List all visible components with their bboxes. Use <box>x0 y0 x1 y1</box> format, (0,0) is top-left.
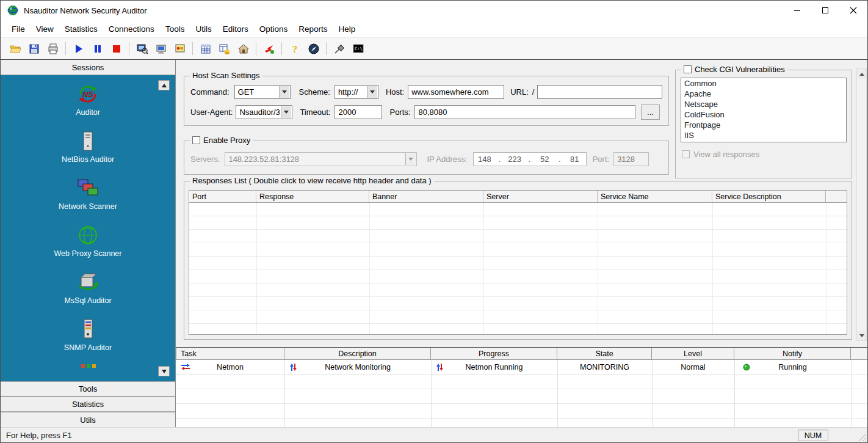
menu-options[interactable]: Options <box>254 23 294 35</box>
help-button[interactable]: ? <box>285 40 304 57</box>
sidebar-item-mssql-auditor[interactable]: MsSql Auditor <box>1 269 175 317</box>
maximize-button[interactable] <box>811 1 839 20</box>
remote-computer-button[interactable] <box>151 40 170 57</box>
enable-proxy-checkbox[interactable] <box>192 136 200 144</box>
sidebar-item-web-proxy-scanner[interactable]: Web Proxy Scanner <box>1 222 175 269</box>
url-label: URL: <box>510 87 529 97</box>
cgi-vulnerabilities-checkbox[interactable] <box>684 65 692 73</box>
column-header-response[interactable]: Response <box>256 191 369 202</box>
cgi-listbox[interactable]: Common Apache Netscape ColdFusion Frontp… <box>681 78 847 142</box>
sessions-scroll-down-button[interactable] <box>158 366 170 376</box>
upper-vertical-scrollbar[interactable] <box>856 68 867 341</box>
menu-connections[interactable]: Connections <box>103 23 160 35</box>
column-divider <box>256 203 257 334</box>
start-scan-button[interactable] <box>69 40 88 57</box>
print-button[interactable] <box>43 40 62 57</box>
command-combobox[interactable]: GET <box>234 85 291 99</box>
host-input[interactable]: www.somewhere.com <box>408 85 504 99</box>
menu-reports[interactable]: Reports <box>293 23 333 35</box>
task-row[interactable]: Netmon Network Monitoring <box>176 360 867 374</box>
responses-list-group: Responses List ( Double click to view re… <box>184 181 852 340</box>
stop-scan-button[interactable] <box>107 40 126 57</box>
menu-editors[interactable]: Editors <box>217 23 254 35</box>
alerts-button[interactable] <box>170 40 189 57</box>
cgi-list-item[interactable]: Common <box>681 78 846 89</box>
column-header-banner[interactable]: Banner <box>369 191 483 202</box>
scrollbar-up-button[interactable] <box>857 69 866 79</box>
column-header-notify[interactable]: Notify <box>734 348 851 360</box>
sidebar-section-statistics[interactable]: Statistics <box>1 397 175 412</box>
main-area: Sessions NS Auditor NetBios Auditor <box>1 60 867 427</box>
menu-help[interactable]: Help <box>333 23 361 35</box>
combobox-value: Nsauditor/3 <box>239 108 280 117</box>
cgi-list-item[interactable]: ColdFusion <box>681 109 846 120</box>
pin-window-button[interactable] <box>330 40 349 57</box>
user-agent-combobox[interactable]: Nsauditor/3 <box>236 105 292 119</box>
sidebar-item-snmp-auditor[interactable]: SNMP Auditor <box>1 317 175 364</box>
dropdown-arrow-icon[interactable] <box>281 106 291 118</box>
sessions-scroll-up-button[interactable] <box>158 80 170 90</box>
column-header-progress[interactable]: Progress <box>431 348 557 360</box>
sidebar-section-tools[interactable]: Tools <box>1 381 175 397</box>
web-browser-button[interactable] <box>304 40 323 57</box>
cgi-list-item[interactable]: Frontpage <box>681 120 846 130</box>
sidebar-item-network-scanner[interactable]: Network Scanner <box>1 175 175 222</box>
pause-scan-button[interactable] <box>88 40 107 57</box>
partial-session-icon <box>1 364 175 368</box>
ip-octet: 52 <box>536 155 553 164</box>
column-divider <box>712 203 713 334</box>
column-header-state[interactable]: State <box>557 348 652 360</box>
netbios-auditor-icon <box>76 128 100 154</box>
sidebar-item-label: NetBios Auditor <box>62 155 114 164</box>
scrollbar-down-button[interactable] <box>857 331 866 340</box>
column-header-port[interactable]: Port <box>189 191 256 202</box>
updown-arrows-icon <box>289 363 297 372</box>
rules-editor-button[interactable] <box>215 40 234 57</box>
column-header-task[interactable]: Task <box>176 348 284 360</box>
menu-tools[interactable]: Tools <box>160 23 190 35</box>
session-monitor-button[interactable] <box>132 40 151 57</box>
url-input[interactable] <box>537 85 662 99</box>
dos-console-button[interactable]: C:\ <box>349 40 367 57</box>
task-description: Network Monitoring <box>325 363 391 372</box>
menu-bar: File View Statistics Connections Tools U… <box>1 20 867 37</box>
home-button[interactable] <box>234 40 253 57</box>
sidebar-item-auditor[interactable]: NS Auditor <box>1 81 175 128</box>
column-header-service-description[interactable]: Service Description <box>712 191 826 202</box>
menu-view[interactable]: View <box>31 23 59 35</box>
dropdown-arrow-icon[interactable] <box>367 86 377 98</box>
status-bar: For Help, press F1 NUM <box>1 427 867 442</box>
cgi-list-item[interactable]: Apache <box>681 89 846 99</box>
ports-input[interactable]: 80,8080 <box>414 105 635 119</box>
column-header-description[interactable]: Description <box>284 348 431 360</box>
close-button[interactable] <box>839 1 867 20</box>
proxy-servers-label: Servers: <box>190 155 220 164</box>
ip-octet: 81 <box>566 155 583 164</box>
app-window: Nsauditor Network Security Auditor File … <box>0 0 868 443</box>
packet-filter-button[interactable] <box>196 40 215 57</box>
minimize-button[interactable] <box>783 1 811 20</box>
column-header-service-name[interactable]: Service Name <box>598 191 712 202</box>
cgi-list-item[interactable]: IIS <box>681 130 846 141</box>
sidebar-section-sessions[interactable]: Sessions <box>1 60 175 75</box>
cgi-list-item[interactable]: Netscape <box>681 99 846 109</box>
ip-octet: 148 <box>476 155 493 164</box>
dropdown-arrow-icon[interactable] <box>279 86 289 98</box>
scheme-combobox[interactable]: http:// <box>335 85 378 99</box>
column-header-level[interactable]: Level <box>652 348 734 360</box>
tasks-panel: Task Description Progress State Level No… <box>176 347 867 427</box>
responses-table-header: Port Response Banner Server Service Name… <box>189 190 847 203</box>
combobox-value: http:// <box>338 87 358 97</box>
resize-grip[interactable] <box>858 433 866 441</box>
menu-file[interactable]: File <box>6 23 31 35</box>
sidebar-section-utils[interactable]: Utils <box>1 412 175 427</box>
sidebar-item-netbios-auditor[interactable]: NetBios Auditor <box>1 128 175 175</box>
save-button[interactable] <box>24 40 43 57</box>
menu-statistics[interactable]: Statistics <box>59 23 103 35</box>
column-header-server[interactable]: Server <box>483 191 598 202</box>
open-button[interactable] <box>5 40 24 57</box>
browse-ports-button[interactable]: ... <box>641 104 660 120</box>
run-attacks-button[interactable] <box>259 40 278 57</box>
timeout-input[interactable]: 2000 <box>335 105 382 119</box>
menu-utils[interactable]: Utils <box>190 23 217 35</box>
